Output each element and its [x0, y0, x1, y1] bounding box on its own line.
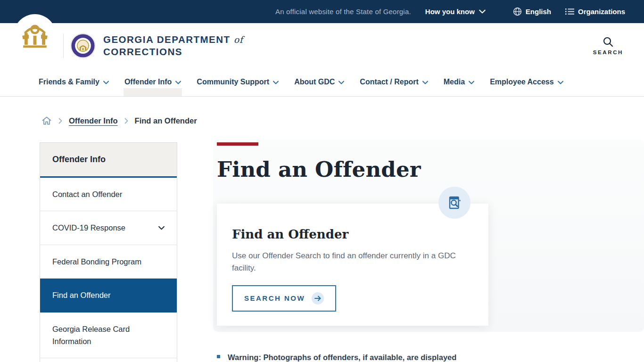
language-label: English	[526, 8, 551, 16]
sidebar-item-federal-bonding-program[interactable]: Federal Bonding Program	[40, 245, 177, 279]
how-you-know-label: How you know	[425, 8, 475, 16]
nav-item-label: About GDC	[294, 78, 335, 86]
chevron-down-icon	[175, 81, 181, 84]
nav-item-friends-family[interactable]: Friends & Family	[39, 68, 109, 96]
card-badge	[438, 187, 471, 219]
sidebar-item-contact-an-offender[interactable]: Contact an Offender	[40, 178, 177, 211]
sidebar-item-label: COVID-19 Response	[52, 222, 125, 234]
home-icon	[41, 116, 52, 125]
chevron-down-icon	[422, 81, 428, 84]
card-description: Use our Offender Search to find an offen…	[232, 250, 463, 275]
official-website-text: An official website of the State of Geor…	[275, 8, 411, 16]
agency-title-line1: GEORGIA DEPARTMENT	[103, 34, 231, 45]
arrow-right-icon	[312, 292, 324, 304]
nav-item-community-support[interactable]: Community Support	[197, 68, 279, 96]
georgia-arch-logo[interactable]	[14, 14, 56, 57]
nav-item-label: Media	[444, 78, 465, 86]
content: Offender Info Contact an Offender COVID-…	[0, 142, 644, 362]
chevron-down-icon	[558, 81, 563, 84]
chevron-down-icon	[158, 226, 165, 230]
search-button[interactable]: SEARCH	[593, 36, 623, 55]
nav-item-contact-report[interactable]: Contact / Report	[360, 68, 428, 96]
breadcrumb-home-link[interactable]	[41, 116, 52, 125]
agency-title[interactable]: GEORGIA DEPARTMENT of CORRECTIONS	[103, 33, 243, 57]
chevron-down-icon	[469, 81, 474, 84]
sidebar-item-label: Georgia Release Card Information	[52, 323, 156, 348]
how-you-know-button[interactable]: How you know	[425, 8, 486, 16]
chevron-down-icon	[339, 81, 344, 84]
nav-item-offender-info[interactable]: Offender Info	[124, 68, 181, 96]
nav-item-label: Contact / Report	[360, 78, 418, 86]
document-search-icon	[446, 194, 463, 212]
bullet-square-icon	[217, 355, 220, 358]
sidebar-title: Offender Info	[40, 143, 177, 178]
language-button[interactable]: English	[513, 7, 551, 16]
search-now-label: SEARCH NOW	[244, 294, 305, 302]
chevron-right-icon	[58, 118, 62, 124]
organizations-button[interactable]: Organizations	[565, 8, 625, 16]
search-now-button[interactable]: SEARCH NOW	[232, 285, 336, 312]
sidebar-item-covid-19-response[interactable]: COVID-19 Response	[40, 211, 177, 245]
sidebar-item-label: Find an Offender	[52, 289, 111, 301]
organizations-label: Organizations	[578, 8, 625, 16]
agency-title-line2: CORRECTIONS	[103, 46, 243, 58]
list-icon	[565, 8, 574, 15]
nav-item-label: Offender Info	[124, 78, 172, 86]
page-title: Find an Offender	[217, 157, 488, 182]
sidebar-item-label: Federal Bonding Program	[52, 255, 141, 268]
nav-item-employee-access[interactable]: Employee Access	[490, 68, 563, 96]
agency-title-of: of	[234, 34, 243, 45]
breadcrumb-offender-info-link[interactable]: Offender Info	[69, 116, 118, 125]
title-accent-bar	[217, 142, 258, 146]
nav-item-label: Employee Access	[490, 78, 553, 86]
georgia-arch-icon	[20, 21, 50, 50]
search-label: SEARCH	[593, 49, 623, 55]
header-divider	[63, 33, 64, 58]
sidebar-item-label: Contact an Offender	[52, 188, 122, 200]
nav-item-about-gdc[interactable]: About GDC	[294, 68, 344, 96]
sidebar-item-georgia-release-card-information[interactable]: Georgia Release Card Information	[40, 313, 177, 359]
chevron-down-icon	[273, 81, 279, 84]
card-title: Find an Offender	[232, 227, 473, 241]
chevron-down-icon	[103, 81, 109, 84]
sidebar-offender-info: Offender Info Contact an Offender COVID-…	[40, 142, 177, 362]
site-header: GEORGIA DEPARTMENT of CORRECTIONS SEARCH	[0, 23, 644, 68]
nav-item-label: Community Support	[197, 78, 269, 86]
globe-icon	[513, 7, 522, 16]
sidebar-item-incarcerated-veterans[interactable]: Incarcerated Veterans	[40, 358, 177, 362]
page: An official website of the State of Geor…	[0, 0, 644, 362]
breadcrumb: Offender Info Find an Offender	[41, 116, 644, 125]
primary-nav: Friends & Family Offender Info Community…	[0, 68, 644, 97]
government-topbar: An official website of the State of Geor…	[0, 0, 644, 23]
chevron-right-icon	[124, 118, 128, 124]
sidebar-item-find-an-offender[interactable]: Find an Offender	[40, 279, 177, 312]
chevron-down-icon	[479, 9, 486, 14]
nav-item-label: Friends & Family	[39, 78, 99, 86]
find-offender-card: Find an Offender Use our Offender Search…	[217, 204, 488, 326]
nav-item-media[interactable]: Media	[444, 68, 474, 96]
breadcrumb-current-page: Find an Offender	[135, 116, 197, 125]
warning-text: Warning: Photographs of offenders, if av…	[228, 352, 456, 362]
gdc-seal-icon	[70, 33, 96, 58]
search-icon	[602, 36, 614, 48]
main-content: Find an Offender Find an Offender Use ou…	[217, 142, 488, 362]
warning-list-item: Warning: Photographs of offenders, if av…	[217, 352, 484, 362]
